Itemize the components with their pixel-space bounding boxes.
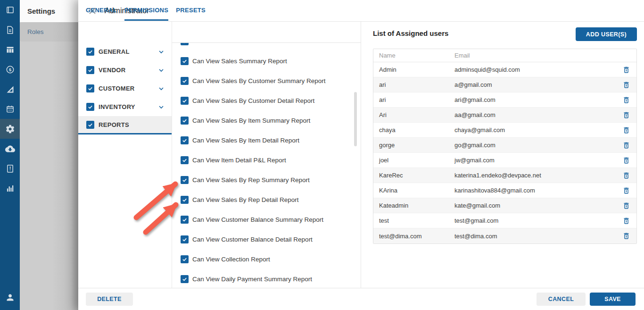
chevron-down-icon[interactable] xyxy=(157,67,165,74)
trash-icon[interactable] xyxy=(622,141,630,150)
checkbox-checked[interactable] xyxy=(181,77,189,85)
trash-icon[interactable] xyxy=(622,232,630,240)
chevron-down-icon[interactable] xyxy=(157,48,165,56)
checkbox-checked[interactable] xyxy=(181,196,189,204)
category-label: REPORTS xyxy=(99,121,165,128)
permission-label: Can View Collection Report xyxy=(192,256,270,263)
bar-chart-icon[interactable] xyxy=(0,178,20,198)
ruler-icon[interactable] xyxy=(0,79,20,99)
trash-icon[interactable] xyxy=(622,156,630,165)
category-row-inventory[interactable]: INVENTORY xyxy=(78,98,172,116)
permission-label: Can View Customer Balance Detail Report xyxy=(192,236,313,243)
add-users-button[interactable]: ADD USER(S) xyxy=(576,27,637,41)
checkbox-checked[interactable] xyxy=(181,216,189,224)
checkbox-checked[interactable] xyxy=(181,57,189,65)
category-label: GENERAL xyxy=(99,48,157,55)
checkbox-checked[interactable] xyxy=(181,117,189,125)
user-actions-cell xyxy=(616,201,636,210)
report-alert-icon[interactable]: ! xyxy=(0,159,20,178)
checkbox-checked[interactable] xyxy=(181,235,189,243)
checkbox-checked[interactable] xyxy=(181,136,189,144)
user-actions-cell xyxy=(616,186,636,195)
cancel-button[interactable]: CANCEL xyxy=(537,293,586,306)
user-email-cell: karinashitova884@gmail.com xyxy=(454,187,616,194)
checkbox-checked[interactable] xyxy=(181,275,189,283)
tab-permissions[interactable]: PERMISSIONS xyxy=(124,0,169,21)
scrollbar-thumb[interactable] xyxy=(354,92,357,146)
permission-row: Can View Customer Balance Summary Report xyxy=(172,209,361,229)
table-row: KArina karinashitova884@gmail.com xyxy=(373,183,636,198)
calendar-icon[interactable] xyxy=(0,99,20,119)
checkbox-checked[interactable] xyxy=(86,84,94,92)
window-icon[interactable] xyxy=(0,0,20,20)
column-header-name: Name xyxy=(373,52,454,59)
checkbox-checked[interactable] xyxy=(86,121,94,129)
trash-icon[interactable] xyxy=(622,171,630,180)
checkbox-checked[interactable] xyxy=(181,255,189,263)
user-actions-cell xyxy=(616,141,636,150)
cloud-download-icon[interactable] xyxy=(0,139,20,159)
trash-icon[interactable] xyxy=(622,126,630,134)
user-icon[interactable] xyxy=(0,287,20,307)
trash-icon[interactable] xyxy=(622,111,630,119)
trash-icon[interactable] xyxy=(622,186,630,195)
save-button[interactable]: SAVE xyxy=(590,293,636,306)
category-row-customer[interactable]: CUSTOMER xyxy=(78,79,172,98)
permission-label: Can View Sales By Item Summary Report xyxy=(192,117,310,124)
settings-panel-title: Settings xyxy=(20,0,78,22)
document-icon[interactable] xyxy=(0,20,20,40)
permission-label: Can View Sales Summary Report xyxy=(192,58,287,65)
user-actions-cell xyxy=(616,81,636,89)
trash-icon[interactable] xyxy=(622,81,630,89)
settings-gear-icon[interactable] xyxy=(0,119,20,139)
svg-text:!: ! xyxy=(9,166,11,171)
checkbox-checked[interactable] xyxy=(181,176,189,184)
table-row: Admin adminsquid@squid.com xyxy=(373,62,636,77)
permission-label: Can View Sales By Customer Detail Report xyxy=(192,97,314,104)
chevron-down-icon[interactable] xyxy=(157,103,165,111)
user-actions-cell xyxy=(616,156,636,165)
tab-general[interactable]: GENERAL xyxy=(86,0,117,21)
settings-item-roles[interactable]: Roles xyxy=(20,22,78,42)
user-email-cell: chaya@gmail.com xyxy=(454,126,616,134)
user-email-cell: aa@gmail.com xyxy=(454,111,616,118)
trash-icon[interactable] xyxy=(622,201,630,210)
table-row: ari ari@gmail.com xyxy=(373,92,636,108)
checkbox-checked[interactable] xyxy=(86,48,94,56)
user-name-cell: ari xyxy=(373,96,454,103)
permission-row-clipped xyxy=(172,42,361,51)
user-actions-cell xyxy=(616,232,636,240)
modal-content: GENERALPERMISSIONSPRESETS GENERAL VENDOR… xyxy=(78,22,644,288)
column-header-email: Email xyxy=(454,52,616,59)
user-name-cell: ari xyxy=(373,81,454,88)
user-email-cell: test@gmail.com xyxy=(454,217,616,224)
table-row: Ari aa@gmail.com xyxy=(373,108,636,123)
trash-icon[interactable] xyxy=(622,66,630,74)
trash-icon[interactable] xyxy=(622,96,630,104)
user-email-cell: a@gmail.com xyxy=(454,81,616,88)
checkbox-checked[interactable] xyxy=(181,97,189,105)
table-icon[interactable] xyxy=(0,40,20,59)
category-row-vendor[interactable]: VENDOR xyxy=(78,61,172,79)
permissions-column: Can View Sales Summary Report Can View S… xyxy=(172,22,361,288)
category-row-general[interactable]: GENERAL xyxy=(78,42,172,61)
permission-list: Can View Sales Summary Report Can View S… xyxy=(172,42,361,288)
tab-bar: GENERALPERMISSIONSPRESETS xyxy=(78,0,361,21)
checkbox-checked[interactable] xyxy=(86,66,94,74)
chevron-down-icon[interactable] xyxy=(157,85,165,92)
settings-panel-body: Roles xyxy=(20,22,78,310)
checkbox-checked[interactable] xyxy=(181,156,189,164)
user-actions-cell xyxy=(616,111,636,119)
table-row: test@dima.com test@dima.com xyxy=(373,228,636,243)
checkbox-checked[interactable] xyxy=(181,42,189,45)
delete-button[interactable]: DELETE xyxy=(86,293,133,306)
trash-icon[interactable] xyxy=(622,217,630,225)
category-label: VENDOR xyxy=(99,67,157,74)
category-row-reports[interactable]: REPORTS xyxy=(78,116,172,134)
permission-label: Can View Customer Balance Summary Report xyxy=(192,216,323,223)
table-row: gorge go@gmail.com xyxy=(373,138,636,153)
tab-presets[interactable]: PRESETS xyxy=(176,0,206,21)
checkbox-checked[interactable] xyxy=(86,103,94,111)
money-icon[interactable]: $ xyxy=(0,59,20,79)
permission-row: Can View Customer Balance Detail Report xyxy=(172,229,361,249)
